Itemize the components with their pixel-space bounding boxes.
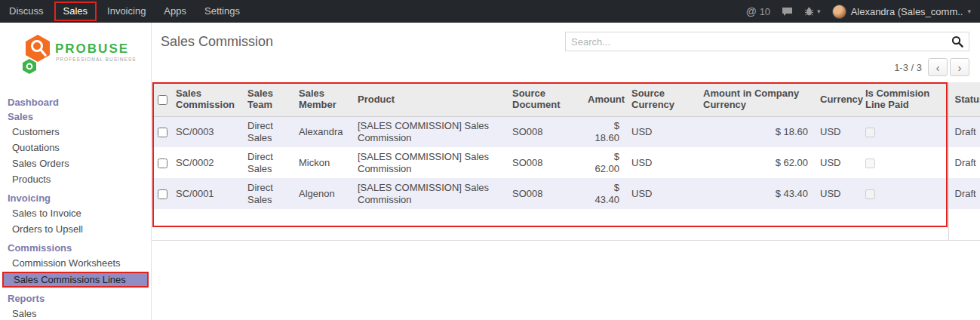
probuse-logo: PROBUSE PROFESSIONAL BUSINESS: [0, 23, 151, 89]
control-panel: Sales Commission: [152, 23, 980, 51]
topbar-right: @ 10 ▾ Alexandra (Sales_comm.. ▾: [746, 5, 980, 19]
cell-amount: $ 18.60: [582, 116, 625, 147]
sidebar-item-sales-orders[interactable]: Sales Orders: [0, 155, 151, 171]
table-filler-row: [152, 209, 980, 240]
menu-sales[interactable]: Sales: [54, 2, 97, 21]
sidebar: PROBUSE PROFESSIONAL BUSINESS Dashboard …: [0, 23, 152, 320]
cell-company-amount: $ 43.40: [697, 178, 814, 209]
filler-status-cell: [948, 209, 980, 240]
main-content: Sales Commission 1-3 / 3 ‹ ›: [152, 23, 980, 320]
col-source-document: Source Document: [506, 82, 582, 116]
pager-previous-button[interactable]: ‹: [928, 58, 948, 76]
messages-button[interactable]: [782, 7, 793, 17]
pager-next-button[interactable]: ›: [950, 58, 969, 76]
col-company-amount: Amount in Company Currency: [697, 82, 814, 116]
cell-source: SO008: [506, 178, 582, 209]
select-all-checkbox[interactable]: [158, 95, 167, 105]
debug-menu-button[interactable]: ▾: [804, 7, 821, 17]
cell-source-currency: USD: [625, 147, 697, 178]
cell-status: Draft: [948, 116, 980, 147]
select-all-cell: [152, 82, 170, 116]
cell-team: Direct Sales: [241, 116, 293, 147]
page-title: Sales Commission: [161, 34, 273, 50]
pager-range[interactable]: 1-3 / 3: [894, 62, 922, 73]
sidebar-heading-reports[interactable]: Reports: [0, 291, 151, 306]
cell-member: Alexandra: [293, 116, 352, 147]
col-status: Status: [948, 82, 980, 116]
row-checkbox[interactable]: [158, 158, 167, 168]
cell-team: Direct Sales: [241, 178, 293, 209]
chevron-right-icon: ›: [958, 61, 962, 74]
cell-is-paid: [859, 178, 948, 209]
filler-cell: [152, 209, 948, 240]
cell-currency: USD: [814, 147, 859, 178]
user-name: Alexandra (Sales_comm..: [851, 6, 963, 17]
search-box: [565, 32, 969, 51]
cell-commission: SC/0001: [170, 178, 241, 209]
row-checkbox[interactable]: [158, 128, 167, 137]
col-amount: Amount: [582, 82, 625, 116]
sidebar-item-products[interactable]: Products: [0, 171, 151, 187]
menu-settings[interactable]: Settings: [195, 0, 249, 23]
col-source-currency: Source Currency: [625, 82, 697, 116]
is-paid-checkbox: [865, 158, 875, 168]
cell-source: SO008: [506, 116, 582, 147]
sidebar-item-sales-commissions-lines[interactable]: Sales Commissions Lines: [2, 272, 149, 288]
user-menu[interactable]: Alexandra (Sales_comm.. ▾: [832, 5, 971, 19]
cell-product: [SALES COMMISSION] Sales Commission: [352, 178, 506, 209]
cell-product: [SALES COMMISSION] Sales Commission: [352, 147, 506, 178]
sidebar-item-reports-sales[interactable]: Sales: [0, 306, 151, 320]
search-icon[interactable]: [951, 35, 963, 48]
sidebar-heading-invoicing[interactable]: Invoicing: [0, 191, 151, 205]
col-is-paid: Is Commision Line Paid: [859, 82, 948, 116]
cell-member: Algenon: [293, 178, 352, 209]
col-currency: Currency: [814, 82, 859, 116]
debug-icon: [804, 7, 814, 17]
row-checkbox[interactable]: [158, 189, 167, 199]
cell-member: Mickon: [293, 147, 352, 178]
caret-down-icon: ▾: [817, 8, 821, 15]
sidebar-heading-dashboard[interactable]: Dashboard: [0, 95, 151, 109]
app-menus: Discuss Sales Invoicing Apps Settings: [0, 0, 249, 23]
sidebar-item-sales-to-invoice[interactable]: Sales to Invoice: [0, 205, 151, 221]
cell-status: Draft: [948, 147, 980, 178]
sidebar-item-customers[interactable]: Customers: [0, 124, 151, 140]
mention-icon: @: [746, 5, 757, 17]
cell-company-amount: $ 62.00: [697, 147, 814, 178]
caret-down-icon: ▾: [967, 8, 971, 15]
cell-team: Direct Sales: [241, 147, 293, 178]
menu-invoicing[interactable]: Invoicing: [98, 0, 155, 23]
is-paid-checkbox: [865, 128, 875, 137]
cell-currency: USD: [814, 116, 859, 147]
brand-name: PROBUSE: [55, 42, 129, 56]
menu-discuss[interactable]: Discuss: [0, 0, 53, 23]
cell-source-currency: USD: [625, 116, 697, 147]
cell-amount: $ 43.40: [582, 178, 625, 209]
mentions-counter[interactable]: @ 10: [746, 5, 770, 17]
col-product: Product: [352, 82, 506, 116]
sidebar-item-orders-to-upsell[interactable]: Orders to Upsell: [0, 221, 151, 237]
commission-lines-table: Sales Commission Sales Team Sales Member…: [152, 82, 980, 240]
cell-is-paid: [859, 116, 948, 147]
top-navbar: Discuss Sales Invoicing Apps Settings @ …: [0, 0, 980, 23]
search-input[interactable]: [571, 36, 951, 48]
cell-product: [SALES COMMISSION] Sales Commission: [352, 116, 506, 147]
sidebar-heading-sales[interactable]: Sales: [0, 109, 151, 124]
list-view: Sales Commission Sales Team Sales Member…: [152, 82, 980, 241]
avatar: [832, 5, 846, 19]
is-paid-checkbox: [865, 189, 875, 199]
table-header-row: Sales Commission Sales Team Sales Member…: [152, 82, 980, 116]
cell-source-currency: USD: [625, 178, 697, 209]
table-row[interactable]: SC/0002 Direct Sales Mickon [SALES COMMI…: [152, 147, 980, 178]
pager: 1-3 / 3 ‹ ›: [152, 51, 980, 76]
table-row[interactable]: SC/0001 Direct Sales Algenon [SALES COMM…: [152, 178, 980, 209]
menu-apps[interactable]: Apps: [155, 0, 195, 23]
cell-commission: SC/0003: [170, 116, 241, 147]
table-row[interactable]: SC/0003 Direct Sales Alexandra [SALES CO…: [152, 116, 980, 147]
sidebar-item-commission-worksheets[interactable]: Commission Worksheets: [0, 255, 151, 271]
col-sales-member: Sales Member: [293, 82, 352, 116]
sidebar-heading-commissions[interactable]: Commissions: [0, 241, 151, 255]
row-select-cell: [152, 116, 170, 147]
sidebar-nav: Dashboard Sales Customers Quotations Sal…: [0, 95, 151, 320]
sidebar-item-quotations[interactable]: Quotations: [0, 140, 151, 155]
